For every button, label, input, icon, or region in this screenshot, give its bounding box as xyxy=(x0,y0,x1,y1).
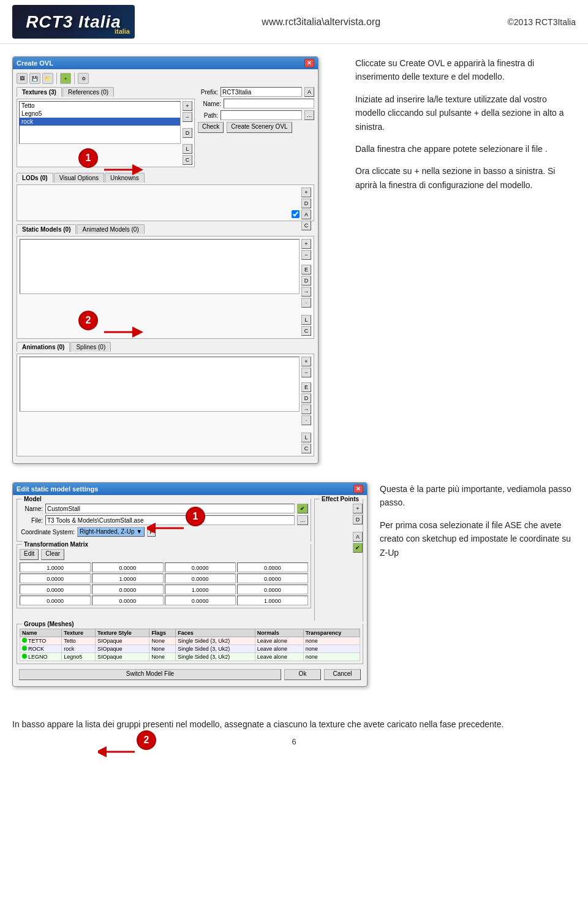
btn-arr-models[interactable]: → xyxy=(301,287,311,297)
table-row[interactable]: LEGNO Legno5 SIOpaque None Single Sided … xyxy=(20,653,360,661)
section-2-text: Questa è la parte più importante, vediam… xyxy=(380,482,576,687)
matrix-2-3: 0.0000 xyxy=(237,585,308,594)
btn-l-top[interactable]: L xyxy=(183,144,192,154)
matrix-1-0: 0.0000 xyxy=(20,573,91,583)
switch-model-button[interactable]: Switch Model File xyxy=(19,669,281,680)
footer-paragraph: In basso appare la lista dei gruppi pres… xyxy=(12,719,503,729)
check-button[interactable]: Check xyxy=(198,122,224,133)
btn-e-anim[interactable]: E xyxy=(301,382,311,392)
lods-checkbox[interactable] xyxy=(292,210,300,218)
path-browse[interactable]: … xyxy=(304,110,314,120)
coord-label: Coordinate System: xyxy=(20,529,75,536)
text-para-5: Questa è la parte più importante, vediam… xyxy=(380,482,576,510)
cell-normals-2: Leave alone xyxy=(255,645,303,653)
btn-d-models[interactable]: D xyxy=(301,276,311,286)
prefix-input[interactable] xyxy=(221,87,302,97)
tool-icon-plus[interactable]: + xyxy=(60,73,71,84)
btn-a-lods[interactable]: A xyxy=(301,210,311,219)
transform-label: Transformation Matrix xyxy=(22,541,311,548)
btn-l-anim[interactable]: L xyxy=(301,433,311,442)
cell-tex-1: Tetto xyxy=(62,637,96,645)
arrow-1-svg xyxy=(101,157,150,182)
btn-d-lods[interactable]: D xyxy=(301,199,311,208)
animations-tabs: Animations (0) Splines (0) xyxy=(17,342,314,352)
btn-d-top[interactable]: D xyxy=(183,128,192,138)
tab-static-models[interactable]: Static Models (0) xyxy=(17,224,76,234)
circle-4: 2 xyxy=(137,730,156,750)
top-tabs: Textures (3) References (0) xyxy=(17,87,195,97)
btn-dot-anim[interactable]: · xyxy=(301,415,311,425)
texture-listbox[interactable]: Tetto Legno5 rock xyxy=(19,101,181,144)
table-row[interactable]: ROCK rock SIOpaque None Single Sided (3,… xyxy=(20,645,360,653)
btn-plus-top[interactable]: + xyxy=(183,101,192,111)
effect-btn-plus[interactable]: + xyxy=(353,504,363,513)
list-item-legno5[interactable]: Legno5 xyxy=(20,110,180,118)
model-group-label: Model xyxy=(22,496,311,502)
tab-lods[interactable]: LODs (0) xyxy=(17,173,53,183)
matrix-3-2: 0.0000 xyxy=(165,596,236,605)
model-name-input[interactable] xyxy=(45,504,295,513)
btn-c-anim[interactable]: C xyxy=(301,444,311,453)
tab-visual[interactable]: Visual Options xyxy=(54,173,104,183)
tab-animations[interactable]: Animations (0) xyxy=(17,342,70,352)
tool-icon-2[interactable]: 💾 xyxy=(29,73,40,84)
effect-btn-d[interactable]: D xyxy=(353,515,363,524)
dot-3 xyxy=(22,654,27,659)
tool-icon-1[interactable]: 🖼 xyxy=(17,73,28,84)
name-input[interactable] xyxy=(224,99,314,108)
effect-btn-c[interactable]: ✔ xyxy=(353,543,363,553)
matrix-2-1: 0.0000 xyxy=(92,585,163,594)
prefix-browse[interactable]: A xyxy=(304,87,314,97)
btn-minus-top[interactable]: − xyxy=(183,112,192,122)
coord-dropdown[interactable]: Right-Handed, Z-Up ▼ xyxy=(77,527,145,537)
btn-minus-models[interactable]: − xyxy=(301,250,311,260)
models-listbox[interactable] xyxy=(20,239,300,294)
path-input[interactable] xyxy=(221,110,302,120)
tool-icon-4[interactable]: ⚙ xyxy=(78,73,89,84)
table-row[interactable]: TETTO Tetto SIOpaque None Single Sided (… xyxy=(20,637,360,645)
btn-c-lods[interactable]: C xyxy=(301,221,311,230)
top-section: Textures (3) References (0) Tetto Legno5… xyxy=(17,87,314,170)
effect-btn-a[interactable]: A xyxy=(353,532,363,542)
create-scenery-button[interactable]: Create Scenery OVL xyxy=(227,122,292,133)
btn-plus-anim[interactable]: + xyxy=(301,357,311,366)
btn-plus-models[interactable]: + xyxy=(301,239,311,249)
side-buttons-top: + − D L C xyxy=(183,101,192,165)
btn-d-anim[interactable]: D xyxy=(301,393,311,403)
btn-dot-models[interactable]: · xyxy=(301,298,311,308)
model-name-check[interactable]: ✔ xyxy=(297,504,308,513)
tool-icon-3[interactable]: 📁 xyxy=(42,73,53,84)
cell-flags-3: None xyxy=(149,653,176,661)
btn-e-models[interactable]: E xyxy=(301,265,311,274)
col-faces: Faces xyxy=(176,629,255,637)
cell-name-3: LEGNO xyxy=(20,653,62,661)
tab-animated-models[interactable]: Animated Models (0) xyxy=(77,224,144,234)
col-style: Texture Style xyxy=(95,629,149,637)
text-para-6: Per prima cosa selezionate il file ASE c… xyxy=(380,518,576,559)
list-item-rock[interactable]: rock xyxy=(20,118,180,126)
list-item-tetto[interactable]: Tetto xyxy=(20,102,180,110)
btn-minus-anim[interactable]: − xyxy=(301,368,311,377)
text-para-1: Cliccate su Create OVL e apparirà la fin… xyxy=(355,56,576,84)
clear-button[interactable]: Clear xyxy=(41,549,64,560)
btn-c-models[interactable]: C xyxy=(301,326,311,336)
cancel-button[interactable]: Cancel xyxy=(324,669,361,680)
btn-l-models[interactable]: L xyxy=(301,315,311,325)
btn-plus-lods[interactable]: + xyxy=(301,187,311,197)
tab-references[interactable]: References (0) xyxy=(62,87,114,97)
matrix-1-3: 0.0000 xyxy=(237,573,308,583)
path-label: Path: xyxy=(198,112,218,119)
btn-arr-anim[interactable]: → xyxy=(301,404,311,414)
edit-button[interactable]: Edit xyxy=(20,549,39,560)
btn-c-top[interactable]: C xyxy=(183,155,192,165)
toolbar: 🖼 💾 📁 + ⚙ xyxy=(17,73,314,84)
close-button[interactable]: ✕ xyxy=(304,59,314,67)
model-file-browse[interactable]: … xyxy=(297,515,308,525)
dialog2-close[interactable]: ✕ xyxy=(353,485,363,493)
dialog-titlebar: Create OVL ✕ xyxy=(13,57,318,69)
ok-button[interactable]: Ok xyxy=(284,669,321,680)
groups-group: Groups (Meshes) Name Texture Texture Sty… xyxy=(17,624,363,664)
tab-textures[interactable]: Textures (3) xyxy=(17,87,62,97)
animations-listbox[interactable] xyxy=(20,357,300,412)
action-buttons: Check Create Scenery OVL xyxy=(198,122,314,133)
